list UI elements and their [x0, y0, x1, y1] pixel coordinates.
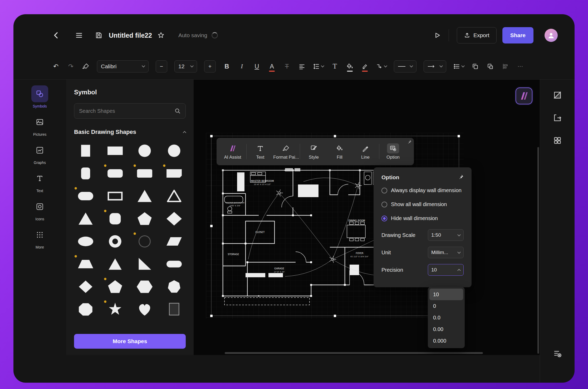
shape-snip-corner-rectangle[interactable]: [163, 165, 186, 182]
avatar[interactable]: [545, 29, 558, 42]
dropdown-option-10[interactable]: 10: [429, 289, 463, 300]
connector-button[interactable]: [376, 61, 387, 72]
shape-square[interactable]: [74, 142, 97, 159]
fill-style-icon[interactable]: [553, 91, 562, 100]
dropdown-option-0-000[interactable]: 0.000: [429, 335, 463, 347]
shape-trapezoid[interactable]: [74, 256, 97, 273]
shape-pentagon[interactable]: [133, 210, 156, 227]
shape-octagon[interactable]: [74, 301, 97, 318]
context-tool-fill[interactable]: Fill: [327, 140, 352, 163]
star-icon[interactable]: [157, 32, 165, 39]
layers-button[interactable]: [486, 61, 494, 72]
shape-rectangle[interactable]: [104, 142, 127, 159]
horizontal-scrollbar[interactable]: [225, 352, 483, 354]
context-tool-line[interactable]: Line: [352, 140, 378, 163]
context-tool-option[interactable]: Option: [380, 140, 406, 163]
sidebar-item-symbols[interactable]: Symbols: [31, 85, 48, 108]
bold-button[interactable]: B: [223, 61, 231, 72]
context-tool-text[interactable]: Text: [247, 140, 273, 163]
list-style-button[interactable]: [453, 61, 464, 72]
shape-circle[interactable]: [133, 142, 156, 159]
shape-circle-outline[interactable]: [133, 233, 156, 250]
shape-rectangle-frame[interactable]: [104, 188, 127, 205]
redo-button[interactable]: ↷: [67, 61, 75, 72]
undo-button[interactable]: ↶: [52, 61, 60, 72]
shape-pentagon[interactable]: [104, 278, 127, 295]
format-painter-button[interactable]: [82, 61, 90, 72]
radio-hide-wall-dimension[interactable]: Hide wall dimension: [381, 215, 464, 221]
shape-square-frame[interactable]: [163, 301, 186, 318]
text-tool-button[interactable]: T: [331, 61, 339, 72]
underline-button[interactable]: U: [253, 61, 261, 72]
fill-color-button[interactable]: [346, 61, 354, 72]
radio-indicator-icon[interactable]: [381, 188, 387, 193]
dropdown-option-0[interactable]: 0: [429, 300, 463, 312]
font-size-select[interactable]: 12: [174, 60, 197, 72]
duplicate-button[interactable]: [471, 61, 479, 72]
drawing-scale-select[interactable]: 1:50: [428, 229, 464, 241]
sidebar-item-more[interactable]: More: [31, 226, 48, 249]
shape-ellipse[interactable]: [74, 233, 97, 250]
search-shapes-input[interactable]: [79, 108, 174, 114]
more-tools-button[interactable]: [516, 61, 524, 72]
shape-heptagon[interactable]: [163, 278, 186, 295]
precision-select[interactable]: 10: [428, 264, 464, 276]
context-tool-style[interactable]: Style: [301, 140, 327, 163]
font-family-select[interactable]: Calibri: [97, 60, 149, 72]
context-tool-format-painter[interactable]: Format Pai...: [273, 140, 299, 163]
export-button[interactable]: Export: [457, 27, 497, 43]
share-button[interactable]: Share: [502, 27, 533, 43]
dropdown-option-0-0[interactable]: 0.0: [429, 312, 463, 323]
radio-indicator-icon[interactable]: [381, 202, 387, 207]
insert-frame-icon[interactable]: [553, 113, 562, 122]
shape-triangle[interactable]: [133, 188, 156, 205]
radio-always-display-wall-dimension[interactable]: Always display wall dimension: [381, 187, 464, 193]
shape-rounded-triangle[interactable]: [163, 188, 186, 205]
italic-button[interactable]: I: [238, 61, 246, 72]
shape-heart[interactable]: [133, 301, 156, 318]
shape-diamond[interactable]: [74, 278, 97, 295]
unit-select[interactable]: Millim...: [428, 247, 464, 258]
line-spacing-button[interactable]: [313, 61, 324, 72]
sidebar-item-text[interactable]: Text: [31, 170, 48, 193]
sidebar-item-graphs[interactable]: Graphs: [31, 142, 48, 165]
arrow-style-select[interactable]: [424, 60, 446, 72]
vertical-scrollbar[interactable]: [537, 147, 539, 354]
line-style-select[interactable]: [394, 60, 416, 72]
font-color-button[interactable]: A: [268, 61, 276, 72]
shape-parallelogram[interactable]: [163, 233, 186, 250]
strikethrough-button[interactable]: T: [283, 61, 291, 72]
shape-rounded-rectangle[interactable]: [133, 165, 156, 182]
highlight-button[interactable]: [361, 61, 369, 72]
present-icon[interactable]: [433, 32, 441, 39]
radio-indicator-icon[interactable]: [381, 216, 387, 221]
save-icon[interactable]: [95, 32, 102, 39]
text-align-button[interactable]: [298, 61, 306, 72]
sidebar-item-pictures[interactable]: Pictures: [31, 114, 48, 137]
pin-icon[interactable]: [458, 174, 464, 181]
shape-stadium[interactable]: [74, 188, 97, 205]
search-box[interactable]: [74, 103, 186, 119]
shape-rounded-square[interactable]: [104, 210, 127, 227]
align-objects-button[interactable]: [501, 61, 509, 72]
shape-donut[interactable]: [104, 233, 127, 250]
back-button[interactable]: [52, 31, 60, 39]
shape-triangle[interactable]: [74, 210, 97, 227]
font-size-increase-button[interactable]: +: [204, 60, 216, 72]
shape-hexagon[interactable]: [133, 278, 156, 295]
more-shapes-button[interactable]: More Shapes: [74, 334, 186, 349]
radio-show-all-wall-dimension[interactable]: Show all wall dimension: [381, 201, 464, 207]
shape-rounded-square[interactable]: [74, 165, 97, 182]
context-tool-ai-assist[interactable]: AI Assist: [220, 140, 246, 163]
components-grid-icon[interactable]: [553, 136, 562, 145]
shape-isosceles-triangle[interactable]: [104, 256, 127, 273]
font-size-decrease-button[interactable]: −: [156, 60, 167, 72]
shape-circle[interactable]: [163, 142, 186, 159]
shape-star[interactable]: [104, 301, 127, 318]
pin-icon[interactable]: [407, 139, 412, 145]
dropdown-option-0-00[interactable]: 0.00: [429, 323, 463, 335]
section-header[interactable]: Basic Drawing Shapes: [74, 129, 186, 135]
shape-right-triangle[interactable]: [133, 256, 156, 273]
drawing-canvas[interactable]: MASTER BEDROOM15'-6" X 13'-4 1/2"MASTER …: [194, 80, 540, 355]
sidebar-item-icons[interactable]: Icons: [31, 198, 48, 221]
